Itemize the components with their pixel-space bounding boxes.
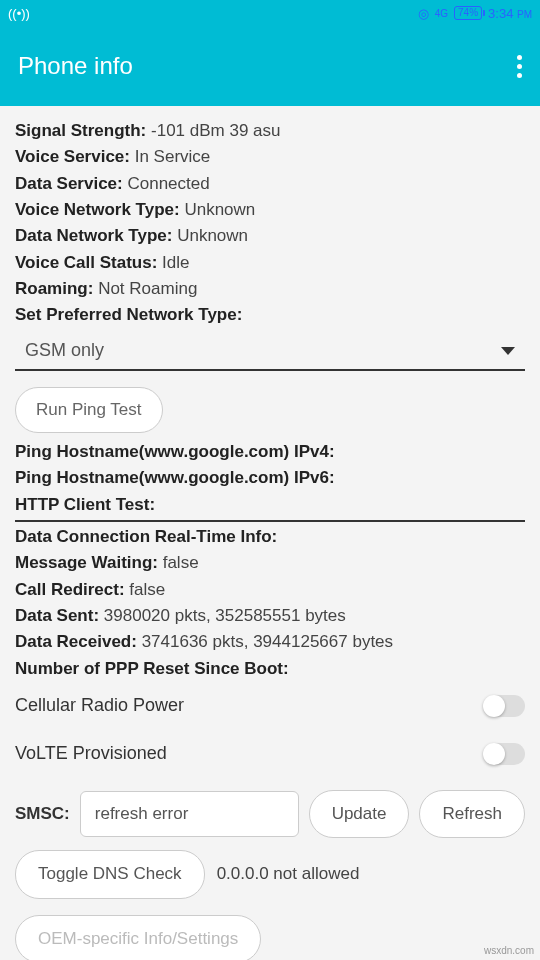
status-bar: ((•)) ◎ 4G 74% 3:34 PM [0, 0, 540, 26]
volte-label: VoLTE Provisioned [15, 740, 167, 768]
radio-power-switch[interactable] [485, 695, 525, 717]
volte-switch[interactable] [485, 743, 525, 765]
msg-wait-row: Message Waiting: false [15, 550, 525, 576]
data-recv-row: Data Received: 3741636 pkts, 3944125667 … [15, 629, 525, 655]
content-area: Signal Strength: -101 dBm 39 asu Voice S… [0, 106, 540, 960]
data-service-row: Data Service: Connected [15, 171, 525, 197]
roaming-row: Roaming: Not Roaming [15, 276, 525, 302]
pref-network-dropdown[interactable]: GSM only [15, 331, 525, 371]
chevron-down-icon [501, 347, 515, 355]
oem-info-button[interactable]: OEM-specific Info/Settings [15, 915, 261, 960]
dns-text: 0.0.0.0 not allowed [217, 861, 360, 887]
pref-network-label: Set Preferred Network Type: [15, 302, 525, 328]
dns-row: Toggle DNS Check 0.0.0.0 not allowed [15, 850, 525, 898]
overflow-menu-icon[interactable] [517, 55, 522, 78]
ping-ipv4-row: Ping Hostname(www.google.com) IPv4: [15, 439, 525, 465]
signal-4g-icon: 4G [435, 8, 448, 19]
refresh-button[interactable]: Refresh [419, 790, 525, 838]
ping-ipv6-row: Ping Hostname(www.google.com) IPv6: [15, 465, 525, 491]
app-bar: Phone info [0, 26, 540, 106]
data-sent-row: Data Sent: 3980020 pkts, 352585551 bytes [15, 603, 525, 629]
volte-row: VoLTE Provisioned [15, 730, 525, 778]
data-network-row: Data Network Type: Unknown [15, 223, 525, 249]
status-left: ((•)) [8, 6, 30, 21]
run-ping-button[interactable]: Run Ping Test [15, 387, 163, 433]
signal-strength-row: Signal Strength: -101 dBm 39 asu [15, 118, 525, 144]
clock-time: 3:34 PM [488, 6, 532, 21]
voice-network-row: Voice Network Type: Unknown [15, 197, 525, 223]
page-title: Phone info [18, 52, 133, 80]
watermark: wsxdn.com [484, 945, 534, 956]
update-button[interactable]: Update [309, 790, 410, 838]
divider [15, 520, 525, 522]
battery-icon: 74% [454, 6, 482, 20]
call-redirect-row: Call Redirect: false [15, 577, 525, 603]
status-right: ◎ 4G 74% 3:34 PM [418, 6, 532, 21]
radio-power-row: Cellular Radio Power [15, 682, 525, 730]
radio-power-label: Cellular Radio Power [15, 692, 184, 720]
smsc-input[interactable] [80, 791, 299, 837]
ppp-row: Number of PPP Reset Since Boot: [15, 656, 525, 682]
smsc-label: SMSC: [15, 801, 70, 827]
hotspot-icon: ((•)) [8, 6, 30, 21]
dropdown-value: GSM only [25, 337, 104, 365]
data-rt-row: Data Connection Real-Time Info: [15, 524, 525, 550]
http-test-row: HTTP Client Test: [15, 492, 525, 518]
voice-service-row: Voice Service: In Service [15, 144, 525, 170]
location-icon: ◎ [418, 6, 429, 21]
toggle-dns-button[interactable]: Toggle DNS Check [15, 850, 205, 898]
voice-call-row: Voice Call Status: Idle [15, 250, 525, 276]
smsc-row: SMSC: Update Refresh [15, 790, 525, 838]
